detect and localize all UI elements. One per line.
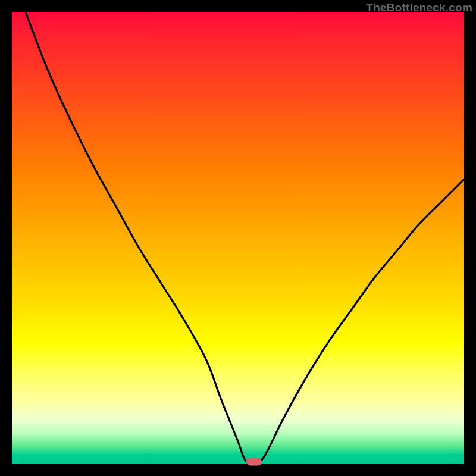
minimum-marker: [246, 458, 262, 466]
plot-area: [12, 12, 464, 464]
curve-svg: [12, 12, 464, 464]
bottleneck-curve: [26, 12, 464, 464]
chart-container: TheBottleneck.com: [0, 0, 476, 476]
